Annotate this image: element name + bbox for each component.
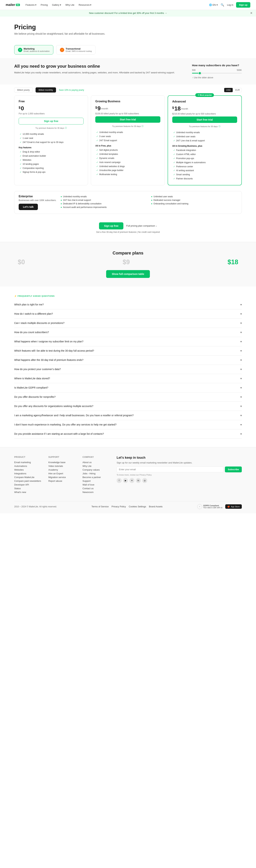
footer-link[interactable]: Automations [14,464,42,468]
growing-amount: 9 [97,105,101,112]
faq-question[interactable]: Do you provide assistance if I am starti… [14,429,242,438]
footer-terms-link[interactable]: Terms of Service [91,505,109,508]
chevron-down-icon: ▾ [240,340,242,343]
faq-question[interactable]: I don't have much experience in marketin… [14,420,242,429]
faq-question[interactable]: Do you offer discounts for nonprofits?▾ [14,393,242,402]
free-signup-button[interactable]: Sign up free [19,118,84,124]
pricing-comparison-link[interactable]: Full pricing plan comparison ↓ [126,224,157,227]
usd-button[interactable]: USD [224,88,232,92]
gdpr-label: GDPR Compliant [203,504,222,507]
footer-link[interactable]: Email marketing [14,461,42,464]
newsletter-email-input[interactable] [117,466,224,472]
billed-yearly-btn[interactable]: Billed yearly [14,87,33,93]
faq-question[interactable]: How do I switch to a different plan?▾ [14,309,242,318]
footer-link[interactable]: Video tutorials [48,464,77,468]
facebook-icon[interactable]: f [117,478,122,483]
tab-transactional[interactable]: ⚡ Transactional Email, SMS & inbound rou… [56,45,95,55]
footer-link[interactable]: Wall of love [83,483,111,487]
faq-section: ⚡ FREQUENTLY ASKED QUESTIONS Which plan … [0,286,256,447]
eur-button[interactable]: EUR [233,88,242,92]
show-comparison-table-button[interactable]: Show full comparison table [106,270,150,278]
faq-question[interactable]: I am a marketing agency/freelancer and I… [14,411,242,420]
enterprise-section: Enterprise Businesses with over 100K sub… [14,191,242,214]
footer-link[interactable]: Migration service [48,475,77,479]
slider-hint: ↑ Use the slider above [192,76,242,79]
footer-link[interactable]: Become a partner [83,475,111,479]
logo[interactable]: mailerlite [6,3,20,7]
faq-question[interactable]: What happens after the 30-day trial of p… [14,355,242,365]
footer-cookies-link[interactable]: Cookies Settings [129,505,146,508]
faq-question[interactable]: Which plan is right for me?▾ [14,300,242,309]
signup-button[interactable]: Sign up [236,2,250,8]
advanced-trial-button[interactable]: Start free trial [172,117,237,123]
footer-link[interactable]: About us [83,461,111,464]
linkedin-icon[interactable]: in [136,478,141,483]
bottom-cta-buttons: Sign up free Full pricing plan compariso… [14,222,242,229]
chevron-down-icon: ▾ [240,358,242,362]
enterprise-cta-button[interactable]: Let's talk [19,204,38,210]
subscriber-slider[interactable] [192,73,242,73]
footer-link[interactable]: Compare paid newsletters [14,479,42,483]
slider-thumb[interactable] [198,72,201,74]
footer-link[interactable]: Developer API [14,483,42,487]
nav-features[interactable]: Features [26,4,36,6]
faq-question[interactable]: What happens when I outgrow my subscribe… [14,337,242,346]
footer-link[interactable]: Support [83,479,111,483]
nav-pricing[interactable]: Pricing [41,4,48,6]
banner-close-button[interactable]: ✕ [250,11,252,15]
footer-support-title: SUPPORT [48,456,77,458]
footer-link[interactable]: Integrations [14,472,42,475]
hero-section: Pricing We believe pricing should be str… [0,16,256,41]
faq-question[interactable]: How do you count subscribers?▾ [14,328,242,337]
faq-question[interactable]: How do you protect your customer's data?… [14,365,242,374]
footer-link[interactable]: Jobs - Hiring [83,472,111,475]
nav-links: Features Pricing Gallery Why Lite Resour… [26,4,209,6]
bottom-signup-button[interactable]: Sign up free [99,222,123,229]
footer-brand-link[interactable]: Brand Assets [149,505,163,508]
list-item: ✓AI writing assistant [172,168,237,173]
footer-link[interactable]: Hire an Expert [48,472,77,475]
free-plan-price: $ 0 [19,105,84,112]
footer-link[interactable]: Why Lite [83,464,111,468]
enterprise-col-1: ●Unlimited monthly emails ●24/7 live cha… [61,195,147,209]
pricing-cards: Free $ 0 For up to 1,000 subscribers Sig… [0,95,256,191]
instagram-icon[interactable]: ◎ [142,478,147,483]
compare-price-free: $0 [18,258,25,266]
billed-monthly-btn[interactable]: Billed monthly [35,87,56,93]
newsletter-subscribe-button[interactable]: Subscribe [225,466,242,472]
footer-link[interactable]: Company values [83,468,111,472]
footer-link[interactable]: Knowledge base [48,461,77,464]
footer-link[interactable]: What's new [14,490,42,494]
advanced-plan-name: Advanced [172,100,237,103]
login-link[interactable]: Log in [227,4,233,6]
language-selector[interactable]: 🌐 EN [209,4,218,6]
footer-link[interactable]: Report abuse [48,479,77,483]
enterprise-subtitle: Businesses with over 100K subscribers. [19,199,56,202]
growing-trial-button[interactable]: Start free trial [95,116,160,123]
faq-question[interactable]: Do you offer any discounts for organizat… [14,402,242,411]
tab-marketing[interactable]: ✉ Marketing Email, audience & automation [14,45,53,55]
faq-question[interactable]: Where is MailerLite data stored?▾ [14,374,242,383]
footer-link[interactable]: Websites [14,468,42,472]
nav-whylite[interactable]: Why Lite [65,4,75,6]
nav-resources[interactable]: Resources [79,4,91,6]
faq-question[interactable]: Can I stack multiple discounts or promot… [14,318,242,328]
search-icon[interactable]: 🔍 [221,3,224,6]
footer-link[interactable]: Contact us [83,487,111,490]
footer-link[interactable]: Academy [48,468,77,472]
appstore-button[interactable]: 🍎 App Store [225,504,242,509]
list-item: ✓Dynamic emails [95,156,160,160]
footer-privacy-link[interactable]: Privacy Policy [111,505,126,508]
twitter-icon[interactable]: ✕ [130,478,134,483]
list-item: ✓Auto resend campaign [95,160,160,164]
footer-link[interactable]: Status [14,487,42,490]
marketing-icon: ✉ [18,48,22,52]
footer-link[interactable]: Newsroom [83,490,111,494]
advanced-amount: 18 [174,105,181,112]
enterprise-col-2: ●Unlimited user seats ●Dedicated success… [151,195,237,209]
faq-question[interactable]: Is MailerLite GDPR compliant?▾ [14,383,242,392]
nav-gallery[interactable]: Gallery [52,4,61,6]
footer-link[interactable]: Compare MailerLite [14,475,42,479]
youtube-icon[interactable]: ▶ [123,478,128,483]
faq-question[interactable]: Which features will I be able to test du… [14,346,242,355]
